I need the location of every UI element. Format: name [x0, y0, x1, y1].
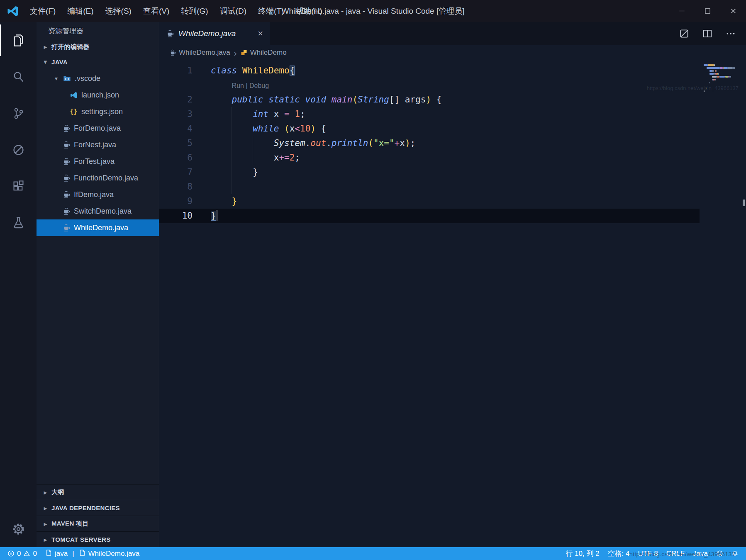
code-line: 4 while (x<10) { — [159, 122, 700, 136]
menu-item[interactable]: 文件(F) — [24, 6, 61, 17]
menu-item[interactable]: 选择(S) — [100, 6, 137, 17]
breadcrumb-symbol[interactable]: WhileDemo — [241, 49, 287, 57]
minimap-segment — [718, 73, 719, 75]
line-number[interactable]: 10 — [159, 209, 199, 223]
minimap-segment — [704, 82, 709, 83]
tree-item--vscode[interactable]: ▾.vscode — [37, 70, 159, 87]
activity-source-control[interactable] — [0, 95, 37, 131]
more-actions-icon[interactable] — [725, 28, 736, 39]
code-token: ; — [410, 138, 416, 148]
status-file-item[interactable]: java — [41, 547, 72, 560]
tree-item-label: ForNest.java — [74, 141, 116, 149]
line-number[interactable]: 8 — [159, 180, 199, 194]
line-number[interactable]: 7 — [159, 165, 199, 180]
code-token: += — [279, 153, 289, 163]
text-cursor — [217, 210, 217, 221]
breadcrumb-file-label: WhileDemo.java — [179, 49, 230, 57]
menu-item[interactable]: 调试(D) — [214, 6, 252, 17]
maximize-button[interactable] — [695, 0, 720, 22]
tree-item-fortest-java[interactable]: ForTest.java — [37, 153, 159, 170]
line-number[interactable]: 3 — [159, 107, 199, 122]
minimap-segment — [726, 76, 729, 78]
minimap-line — [704, 90, 742, 92]
code-token: ; — [300, 109, 305, 119]
indentation-status[interactable]: 空格: 4 — [604, 547, 634, 560]
minimap[interactable] — [704, 64, 742, 93]
section-maven[interactable]: ▸ MAVEN 项目 — [37, 516, 159, 531]
section-outline[interactable]: ▸ 大纲 — [37, 484, 159, 500]
problems-status[interactable]: 0 0 — [3, 547, 41, 560]
line-number[interactable]: 5 — [159, 136, 199, 151]
section-label: JAVA DEPENDENCIES — [51, 504, 120, 511]
status-item-label: 行 10, 列 2 — [566, 549, 599, 558]
tree-item-fordemo-java[interactable]: ForDemo.java — [37, 120, 159, 136]
minimize-button[interactable] — [669, 0, 695, 22]
notifications-button[interactable] — [727, 547, 743, 560]
eol-status[interactable]: CRLF — [662, 547, 689, 560]
section-open-editors[interactable]: ▸ 打开的编辑器 — [37, 39, 159, 54]
status-file-label: java — [55, 550, 68, 558]
open-changes-icon[interactable] — [679, 28, 690, 39]
section-label: 打开的编辑器 — [51, 43, 90, 51]
code-token: . — [305, 138, 311, 148]
split-editor-icon[interactable] — [702, 28, 713, 39]
activity-search[interactable] — [0, 58, 37, 95]
menu-item[interactable]: 编辑(E) — [61, 6, 99, 17]
line-number[interactable]: 1 — [159, 63, 199, 78]
activity-settings[interactable] — [0, 511, 37, 547]
line-number[interactable]: 4 — [159, 122, 199, 136]
tree-item-whiledemo-java[interactable]: WhileDemo.java — [37, 219, 159, 236]
breadcrumb-file[interactable]: WhileDemo.java — [169, 49, 230, 57]
window-title: WhileDemo.java - java - Visual Studio Co… — [281, 6, 464, 17]
status-file-item[interactable]: WhileDemo.java — [75, 547, 144, 560]
tree-item-fornest-java[interactable]: ForNest.java — [37, 136, 159, 153]
tree-item-label: ForTest.java — [74, 157, 115, 166]
feedback-button[interactable] — [712, 547, 727, 560]
tree-item-functiondemo-java[interactable]: FunctionDemo.java — [37, 170, 159, 186]
line-number[interactable]: 2 — [159, 93, 199, 107]
sidebar-title: 资源管理器 — [37, 22, 159, 39]
activity-debug[interactable] — [0, 131, 37, 168]
statusbar-left-items: java|WhileDemo.java — [41, 547, 144, 560]
language-mode-status[interactable]: Java — [689, 547, 712, 560]
tree-item-ifdemo-java[interactable]: IfDemo.java — [37, 186, 159, 203]
code-token: + — [395, 138, 400, 148]
line-number[interactable] — [159, 78, 199, 93]
section-java-dependencies[interactable]: ▸ JAVA DEPENDENCIES — [37, 500, 159, 516]
codelens-run-link[interactable]: Run — [232, 82, 244, 89]
code-editor[interactable]: 1class WhileDemo{ Run | Debug2 public st… — [159, 60, 746, 547]
section-tomcat[interactable]: ▸ TOMCAT SERVERS — [37, 531, 159, 547]
activity-extensions[interactable] — [0, 168, 37, 205]
code-token: "x=" — [373, 138, 395, 148]
menu-item[interactable]: 查看(V) — [137, 6, 175, 17]
tree-item-switchdemo-java[interactable]: SwitchDemo.java — [37, 203, 159, 219]
code-line-content: int x = 1; — [199, 107, 305, 122]
tree-item-settings-json[interactable]: {}settings.json — [37, 103, 159, 120]
close-button[interactable] — [720, 0, 746, 22]
encoding-status[interactable]: UTF-8 — [634, 547, 662, 560]
code-token: ; — [295, 153, 300, 163]
code-line-content: class WhileDemo{ — [199, 63, 295, 78]
activity-explorer[interactable] — [0, 22, 37, 58]
minimap-line — [704, 67, 742, 69]
tree-item-launch-json[interactable]: launch.json — [37, 87, 159, 103]
statusbar-right: 行 10, 列 2空格: 4UTF-8CRLFJava — [561, 547, 743, 560]
cursor-position-status[interactable]: 行 10, 列 2 — [561, 547, 603, 560]
code-token: ( — [368, 138, 373, 148]
code-token — [211, 138, 274, 148]
minimap-segment — [707, 88, 707, 89]
chevron-right-icon: ▸ — [42, 521, 49, 527]
close-tab-icon[interactable]: × — [258, 29, 263, 38]
tab-bar: WhileDemo.java × — [159, 22, 746, 45]
section-root-java[interactable]: ▾ JAVA — [37, 54, 159, 69]
minimap-line — [704, 64, 742, 66]
activity-test[interactable] — [0, 205, 37, 241]
status-separator: | — [72, 550, 74, 558]
line-number[interactable]: 9 — [159, 194, 199, 209]
tab-whiledemo[interactable]: WhileDemo.java × — [159, 22, 270, 45]
minimap-line — [704, 76, 742, 78]
status-item-label: UTF-8 — [638, 550, 658, 558]
menu-item[interactable]: 转到(G) — [175, 6, 214, 17]
codelens-debug-link[interactable]: Debug — [249, 82, 269, 89]
line-number[interactable]: 6 — [159, 151, 199, 165]
